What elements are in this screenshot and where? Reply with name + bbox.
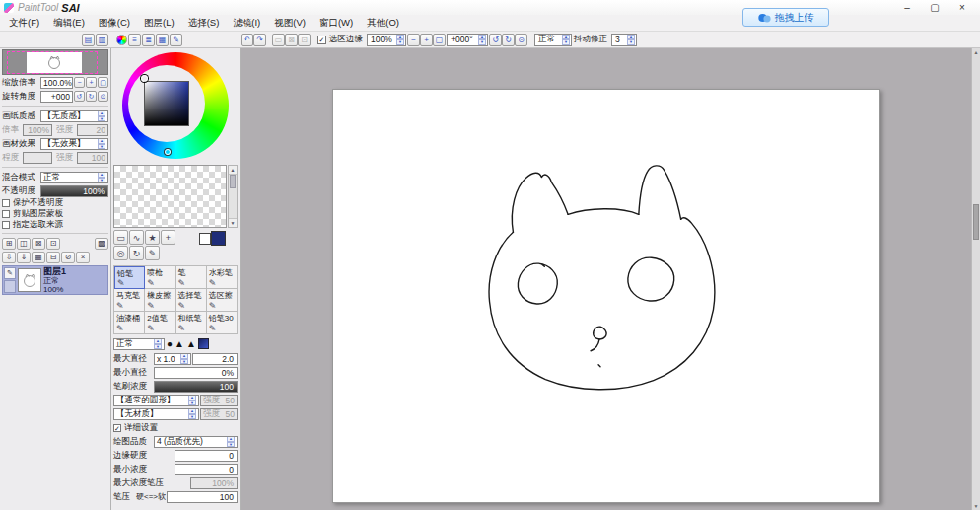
layer-mask-button[interactable]: ▩ (95, 238, 108, 250)
magic-wand-tool-icon[interactable]: ★ (145, 230, 160, 245)
stabilizer-spinner[interactable]: ▲▼ (627, 35, 635, 45)
nav-rotate-ccw-button[interactable]: ↺ (74, 91, 85, 102)
max-diameter-unit-dropdown[interactable]: x 1.0 ▲▼ (154, 353, 191, 365)
navigator-preview[interactable] (2, 49, 108, 75)
rgb-slider-icon[interactable]: ≡ (128, 34, 141, 46)
protect-opacity-checkbox[interactable] (2, 199, 10, 207)
view-zoom-out-button[interactable]: − (407, 34, 420, 46)
secondary-color-swatch[interactable] (199, 233, 211, 245)
spin-down-icon[interactable]: ▼ (98, 178, 105, 183)
angle-spinner[interactable]: ▲▼ (478, 35, 486, 45)
blend-mode-spinner[interactable]: ▲▼ (98, 172, 105, 182)
brush-pencil30[interactable]: 铅笔30✎ (207, 312, 238, 334)
stabilizer-box[interactable]: 3 ▲▼ (611, 34, 637, 46)
brush-density-slider[interactable]: 100 (154, 381, 238, 393)
menu-select[interactable]: 选择(S) (181, 17, 227, 30)
menu-edit[interactable]: 编辑(E) (46, 17, 92, 30)
spin-down-icon[interactable]: ▼ (227, 442, 235, 448)
spin-down-icon[interactable]: ▼ (188, 401, 196, 406)
zoom-spinner[interactable]: ▲▼ (396, 35, 404, 45)
brush-select-pen[interactable]: 选择笔✎ (176, 289, 207, 312)
spin-down-icon[interactable]: ▼ (98, 116, 105, 122)
copy-layer-button[interactable]: ⊠ (32, 238, 45, 250)
hue-cursor-icon[interactable] (165, 149, 171, 155)
blend-mode-dropdown[interactable]: 正常 ▲▼ (40, 172, 108, 183)
spin-down-icon[interactable]: ▼ (188, 414, 196, 420)
invert-selection-button[interactable]: ⊠ (285, 34, 298, 46)
undo-button[interactable]: ↶ (241, 34, 253, 46)
layer-opacity-slider[interactable]: 100% (40, 185, 108, 197)
paste-layer-button[interactable]: ⊡ (46, 238, 60, 250)
fill-layer-button[interactable]: ▦ (32, 252, 45, 263)
edge-hardness-slider[interactable]: 0 (175, 450, 238, 462)
rect-select-tool-icon[interactable]: ▭ (113, 230, 128, 245)
current-color-swatch[interactable] (211, 231, 226, 246)
scroll-up-icon[interactable]: ▲ (229, 166, 237, 175)
spin-down-icon[interactable]: ▼ (478, 39, 486, 45)
zoom-tool-icon[interactable]: ◎ (113, 246, 128, 260)
max-diameter-slider[interactable]: 2.0 (192, 353, 238, 365)
selection-extra-button[interactable]: ⊡ (298, 34, 311, 46)
nav-rotate-cw-button[interactable]: ↻ (86, 91, 97, 102)
menu-window[interactable]: 窗口(W) (313, 17, 360, 30)
view-zoom-reset-button[interactable]: ▢ (433, 34, 446, 46)
transfer-down-button[interactable]: ⇩ (2, 252, 16, 263)
brush-shape-preset-dropdown[interactable]: 【通常的圆形】 ▲▼ (113, 395, 199, 406)
brush-bucket[interactable]: 油漆桶✎ (114, 312, 145, 334)
scrollbar-thumb[interactable] (973, 204, 979, 240)
paper-texture-dropdown[interactable]: 【无质感】 ▲▼ (40, 110, 108, 122)
nav-zoom-out-button[interactable]: − (74, 77, 85, 88)
sv-cursor-icon[interactable] (141, 75, 148, 82)
layer-paint-mode-icon[interactable]: ✎ (4, 267, 16, 279)
brush-texture-preset-dropdown[interactable]: 【无材质】 ▲▼ (113, 408, 199, 420)
detail-settings-checkbox[interactable]: ✓ (113, 424, 121, 432)
spin-down-icon[interactable]: ▼ (98, 144, 105, 150)
menu-filter[interactable]: 滤镜(I) (226, 17, 267, 30)
spin-down-icon[interactable]: ▼ (627, 39, 635, 45)
spin-down-icon[interactable]: ▼ (180, 359, 188, 365)
close-button[interactable]: × (956, 2, 968, 13)
spin-down-icon[interactable]: ▼ (154, 344, 162, 350)
angle-value-box[interactable]: +000° ▲▼ (447, 34, 488, 46)
menu-others[interactable]: 其他(O) (360, 17, 406, 30)
brush-shape-flat-icon[interactable]: ▲ (175, 338, 184, 350)
drawing-canvas[interactable] (332, 89, 880, 503)
panel-toggle-a-button[interactable]: ▤ (82, 34, 95, 46)
delete-layer-button[interactable]: × (76, 252, 90, 263)
clipping-mask-checkbox[interactable] (2, 210, 10, 218)
brush-shape-mode-dropdown[interactable]: 正常 ▲▼ (113, 338, 165, 350)
merge-down-button[interactable]: ⇓ (17, 252, 31, 263)
eyedropper-tool-icon[interactable]: ✎ (145, 246, 160, 260)
brush-shape-spinner[interactable]: ▲▼ (154, 338, 162, 349)
canvas-vertical-scrollbar[interactable]: ▲ ▼ (971, 48, 980, 510)
shape-preset-spinner[interactable]: ▲▼ (188, 395, 196, 405)
scratchpad-scrollbar[interactable]: ▲ ▼ (228, 165, 238, 228)
color-wheel-icon[interactable] (116, 35, 127, 45)
texture-preset-spinner[interactable]: ▲▼ (188, 408, 196, 419)
rotate-ccw-button[interactable]: ↺ (489, 34, 502, 46)
brush-shape-circle-icon[interactable]: ● (167, 338, 173, 350)
move-tool-icon[interactable]: + (161, 230, 175, 245)
selection-source-checkbox[interactable] (2, 221, 10, 229)
layer-extra-toggle[interactable] (4, 280, 16, 293)
color-mixer-icon[interactable]: ✎ (170, 34, 182, 46)
redo-button[interactable]: ↷ (253, 34, 266, 46)
panel-toggle-b-button[interactable]: ▥ (96, 34, 108, 46)
menu-layer[interactable]: 图层(L) (137, 17, 181, 30)
brush-airbrush[interactable]: 喷枪✎ (145, 266, 175, 289)
brush-select-eraser[interactable]: 选区擦✎ (207, 289, 238, 312)
deselect-button[interactable]: ▭ (272, 34, 285, 46)
maximize-button[interactable]: ▢ (929, 2, 941, 13)
scrollbar-thumb[interactable] (230, 175, 236, 188)
hsv-slider-icon[interactable]: ≣ (142, 34, 155, 46)
saturation-value-square[interactable] (144, 81, 189, 126)
scroll-down-icon[interactable]: ▼ (229, 218, 237, 227)
max-diameter-spinner[interactable]: ▲▼ (180, 353, 188, 364)
min-diameter-slider[interactable]: 0% (154, 367, 238, 379)
layer-thumbnail[interactable] (18, 268, 41, 292)
brush-pencil[interactable]: 铅笔✎ (114, 266, 145, 289)
paint-mode-box[interactable]: 正常 ▲▼ (534, 34, 572, 46)
rotate-cw-button[interactable]: ↻ (502, 34, 515, 46)
rotate-reset-button[interactable]: ⊙ (515, 34, 527, 46)
layer-list-item-selected[interactable]: ✎ 图层1 正常 100% (2, 265, 108, 295)
